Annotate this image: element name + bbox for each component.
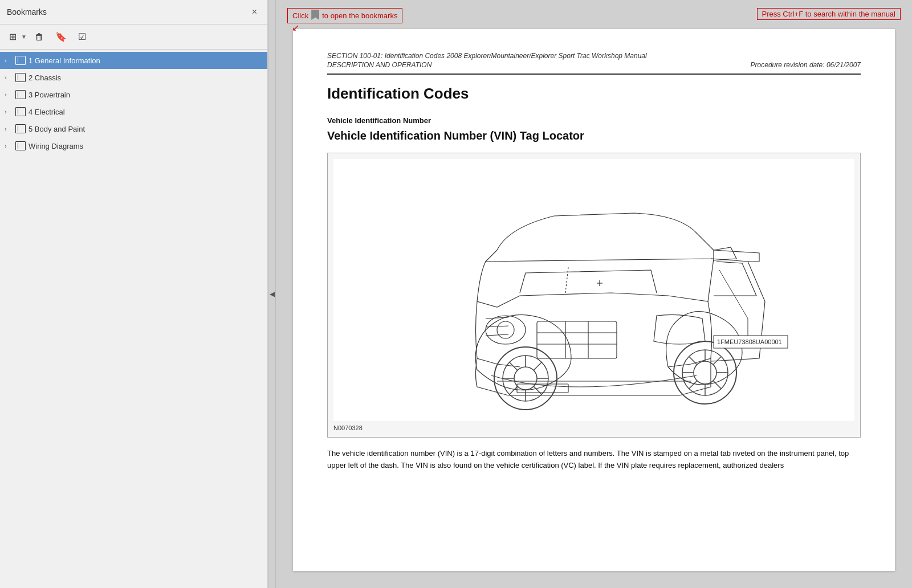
sidebar-item-4[interactable]: ›4 Electrical: [0, 103, 267, 120]
expand-arrow-icon: ›: [5, 142, 13, 149]
sidebar-item-1[interactable]: ›1 General Information: [0, 52, 267, 69]
sidebar-header: Bookmarks ×: [0, 0, 267, 24]
figure-caption: N0070328: [333, 424, 854, 431]
sidebar-item-label: Wiring Diagrams: [28, 142, 262, 150]
svg-line-2: [486, 334, 508, 336]
add-bookmark-button[interactable]: 🔖: [52, 29, 70, 44]
hint-click-text: Click: [292, 11, 308, 20]
document-title: Identification Codes: [327, 85, 861, 103]
sidebar-title: Bookmarks: [7, 7, 47, 17]
svg-line-15: [510, 386, 518, 394]
sidebar-item-label: 2 Chassis: [28, 74, 262, 82]
collapse-arrow-icon: ◀: [270, 290, 275, 298]
book-icon: [15, 124, 26, 133]
section-divider: [327, 74, 861, 75]
car-svg: 1FMEU73808UA00001: [394, 159, 793, 421]
expand-arrow-icon: ›: [5, 108, 13, 115]
sidebar: Bookmarks × ⊞ ▼ 🗑 🔖 ☑ ›1 General Informa…: [0, 0, 268, 588]
search-hint: Press Ctrl+F to search within the manual: [757, 8, 901, 20]
book-icon: [15, 56, 26, 65]
svg-rect-32: [537, 321, 617, 358]
bookmark-icon: [311, 10, 319, 22]
body-text: The vehicle identification number (VIN) …: [327, 448, 861, 472]
main-content: Click to open the bookmarks ↙ Press Ctrl…: [276, 0, 912, 588]
sidebar-item-3[interactable]: ›3 Powertrain: [0, 86, 267, 103]
search-hint-text: Press Ctrl+F to search within the manual: [762, 10, 895, 18]
sidebar-item-6[interactable]: ›Wiring Diagrams: [0, 137, 267, 154]
book-icon: [15, 73, 26, 82]
vehicle-id-label: Vehicle Identification Number: [327, 116, 861, 125]
sidebar-item-label: 5 Body and Paint: [28, 125, 262, 133]
svg-point-3: [486, 316, 526, 344]
sidebar-toolbar: ⊞ ▼ 🗑 🔖 ☑: [0, 24, 267, 50]
sidebar-close-button[interactable]: ×: [249, 6, 260, 18]
bookmark-options-button[interactable]: ☑: [75, 29, 89, 44]
svg-text:1FMEU73808UA00001: 1FMEU73808UA00001: [717, 338, 782, 345]
sidebar-item-5[interactable]: ›5 Body and Paint: [0, 120, 267, 137]
expand-collapse-dropdown[interactable]: ⊞ ▼: [6, 29, 27, 44]
book-icon: [15, 90, 26, 99]
dropdown-arrow-icon: ▼: [21, 34, 27, 40]
hint-arrow-icon: ↙: [292, 23, 299, 32]
sidebar-tree: ›1 General Information›2 Chassis›3 Power…: [0, 50, 267, 588]
car-illustration: 1FMEU73808UA00001: [333, 159, 854, 421]
top-bar: Click to open the bookmarks ↙ Press Ctrl…: [276, 0, 912, 29]
svg-point-4: [497, 321, 514, 338]
sidebar-item-label: 4 Electrical: [28, 108, 262, 116]
book-icon: [15, 141, 26, 150]
sidebar-item-2[interactable]: ›2 Chassis: [0, 69, 267, 86]
expand-all-button[interactable]: ⊞: [6, 29, 20, 44]
open-bookmarks-hint: Click to open the bookmarks: [287, 8, 402, 23]
svg-line-14: [534, 362, 542, 370]
svg-line-26: [689, 381, 697, 389]
section-title: Vehicle Identification Number (VIN) Tag …: [327, 129, 861, 142]
sidebar-item-label: 1 General Information: [28, 56, 262, 65]
expand-arrow-icon: ›: [5, 74, 13, 81]
sidebar-item-label: 3 Powertrain: [28, 91, 262, 99]
section-sub-left: DESCRIPTION AND OPERATION: [327, 61, 431, 69]
collapse-handle[interactable]: ◀: [268, 0, 276, 588]
vin-diagram: 1FMEU73808UA00001 N0070328: [327, 153, 861, 438]
hint-suffix-text: to open the bookmarks: [322, 11, 397, 20]
delete-bookmark-button[interactable]: 🗑: [31, 30, 47, 44]
book-icon: [15, 107, 26, 116]
expand-arrow-icon: ›: [5, 125, 13, 132]
section-sub: DESCRIPTION AND OPERATION Procedure revi…: [327, 61, 861, 69]
section-header: SECTION 100-01: Identification Codes 200…: [327, 52, 861, 60]
expand-arrow-icon: ›: [5, 91, 13, 98]
expand-arrow-icon: ›: [5, 57, 13, 64]
svg-line-27: [719, 270, 748, 318]
section-sub-right: Procedure revision date: 06/21/2007: [751, 61, 861, 69]
document-page: SECTION 100-01: Identification Codes 200…: [293, 29, 895, 571]
